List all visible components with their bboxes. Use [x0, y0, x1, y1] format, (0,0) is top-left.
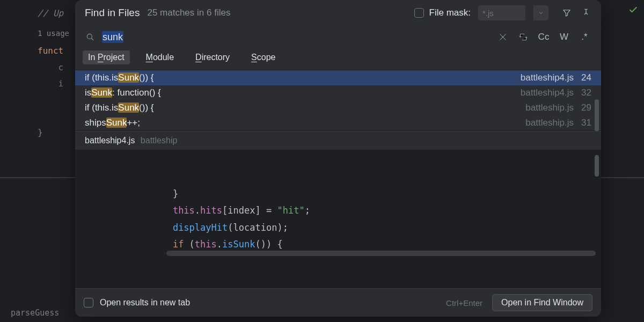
search-input[interactable]: sunk [102, 32, 489, 43]
preview-code[interactable]: } this.hits[index] = "hit"; displayHit(l… [75, 150, 601, 288]
preview-header: battleship4.js battleship [75, 131, 601, 150]
scope-tab-scope[interactable]: Scope [246, 50, 281, 64]
bg-identifier: parseGuess [11, 308, 59, 318]
code-line: displayHit(location); [129, 219, 601, 236]
file-mask-checkbox[interactable] [414, 8, 424, 18]
result-line: 24 [581, 72, 591, 83]
result-line: 29 [581, 103, 591, 113]
filter-icon[interactable] [561, 8, 572, 18]
results-scrollbar[interactable] [595, 99, 599, 131]
result-row[interactable]: if (this.isSunk()) {battleship.js29 [75, 100, 601, 115]
preview-scrollbar-h[interactable] [166, 251, 596, 256]
scope-tab-in-project[interactable]: In Project [83, 50, 130, 64]
clear-search-icon[interactable] [496, 30, 510, 44]
bg-comment: // Up [38, 8, 63, 18]
result-row[interactable]: shipsSunk++;battleship.js31 [75, 115, 601, 130]
result-row[interactable]: if (this.isSunk()) {battleship4.js24 [75, 70, 601, 85]
scope-tab-module[interactable]: Module [141, 50, 179, 64]
inspection-ok-icon[interactable] [628, 4, 639, 17]
scope-tabs: In ProjectModuleDirectoryScope [75, 48, 601, 70]
open-find-window-button[interactable]: Open in Find Window [492, 294, 592, 311]
code-line: this.hits[index] = "hit"; [129, 202, 601, 219]
search-icon [85, 32, 96, 42]
pin-icon[interactable] [581, 8, 591, 18]
dialog-header: Find in Files 25 matches in 6 files File… [75, 0, 601, 25]
scope-tab-directory[interactable]: Directory [190, 50, 235, 64]
result-text: if (this.isSunk()) { [85, 72, 515, 83]
search-row: sunk Cc W .* [75, 25, 601, 48]
words-toggle[interactable]: W [557, 31, 571, 43]
shortcut-hint: Ctrl+Enter [446, 298, 482, 308]
preview-filename: battleship4.js [85, 136, 135, 145]
dialog-footer: Open results in new tab Ctrl+Enter Open … [75, 288, 601, 317]
file-mask-label: File mask: [429, 8, 471, 18]
find-in-files-dialog: Find in Files 25 matches in 6 files File… [75, 0, 601, 317]
result-text: if (this.isSunk()) { [85, 103, 520, 113]
result-line: 31 [581, 118, 591, 128]
result-file: battleship.js [525, 103, 574, 113]
preview-pane: battleship4.js battleship } this.hits[in… [75, 131, 601, 288]
dialog-title: Find in Files [85, 7, 140, 19]
svg-point-0 [87, 34, 92, 39]
results-list: if (this.isSunk()) {battleship4.js24isSu… [75, 70, 601, 131]
preview-scrollbar-v[interactable] [595, 155, 599, 177]
match-case-toggle[interactable]: Cc [537, 31, 551, 43]
result-text: shipsSunk++; [85, 118, 520, 128]
result-file: battleship4.js [521, 87, 574, 98]
result-row[interactable]: isSunk: function() {battleship4.js32 [75, 85, 601, 100]
match-count: 25 matches in 6 files [147, 8, 230, 18]
code-line: } [129, 186, 601, 202]
open-new-tab-checkbox[interactable] [84, 298, 93, 308]
result-line: 32 [581, 87, 591, 98]
result-text: isSunk: function() { [85, 87, 515, 98]
result-file: battleship.js [525, 118, 574, 128]
regex-toggle[interactable]: .* [577, 31, 591, 43]
result-file: battleship4.js [521, 72, 574, 83]
preserve-case-icon[interactable] [516, 30, 530, 44]
bg-keyword: funct [38, 46, 63, 56]
open-new-tab-label: Open results in new tab [100, 298, 190, 308]
file-mask-input[interactable] [478, 5, 525, 20]
file-mask-dropdown[interactable] [533, 5, 548, 20]
preview-package: battleship [141, 136, 178, 145]
